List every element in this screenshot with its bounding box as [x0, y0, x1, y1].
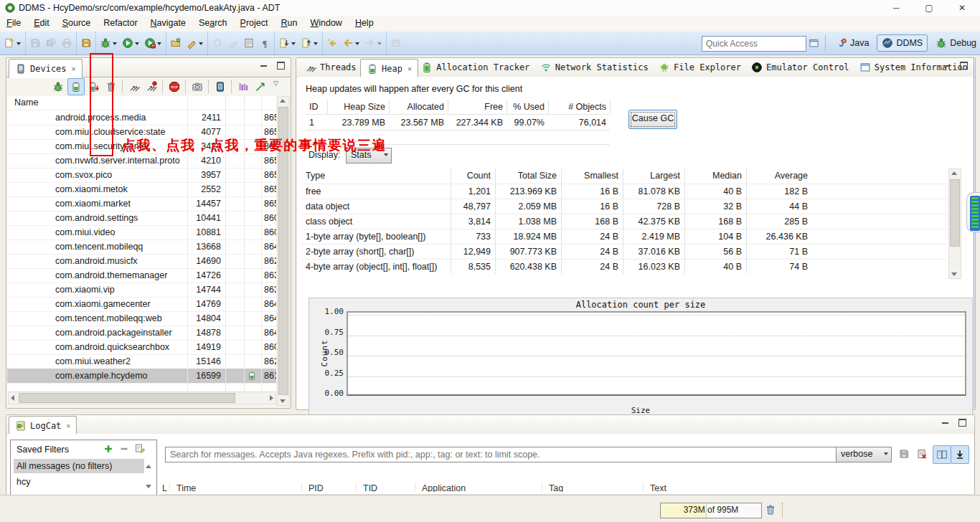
- clear-log-icon[interactable]: [913, 445, 930, 462]
- capture-hierarchy-button[interactable]: [235, 79, 251, 95]
- logcat-column-header[interactable]: TID: [363, 483, 377, 492]
- stats-row[interactable]: free1,201213.969 KB16 B81.078 KB40 B182 …: [301, 184, 947, 199]
- minimize-button[interactable]: ─: [885, 1, 907, 14]
- stats-row[interactable]: class object3,8141.038 MB168 B42.375 KB1…: [301, 214, 947, 229]
- tab-emulator-control[interactable]: Emulator Control: [745, 59, 855, 76]
- chevron-down-icon[interactable]: [355, 42, 359, 45]
- open-type-button[interactable]: [169, 33, 183, 53]
- summary-header[interactable]: ID: [306, 100, 327, 114]
- menu-search[interactable]: Search: [192, 16, 234, 30]
- device-row[interactable]: com.xiaomi.metok25528658: [7, 182, 276, 197]
- perspective-ddms[interactable]: DDMS: [877, 34, 928, 52]
- stats-row[interactable]: 2-byte array (short[], char[])12,949907.…: [301, 244, 947, 260]
- summary-header[interactable]: Heap Size: [327, 100, 389, 114]
- maximize-view-button[interactable]: [955, 419, 969, 430]
- run-button[interactable]: [121, 33, 141, 53]
- tab-devices[interactable]: Devices ✕: [9, 59, 83, 78]
- menu-run[interactable]: Run: [274, 16, 303, 30]
- chevron-down-icon[interactable]: [377, 42, 382, 45]
- menu-navigate[interactable]: Navigate: [144, 16, 192, 30]
- stats-row[interactable]: 1-byte array (byte[], boolean[])73318.92…: [301, 229, 947, 245]
- stats-column-header[interactable]: Count: [451, 169, 495, 183]
- device-row[interactable]: com.miui.video108818609: [7, 225, 276, 240]
- update-heap-button[interactable]: [67, 78, 85, 95]
- device-row[interactable]: com.android.quicksearchbox149198603: [7, 340, 276, 355]
- menu-edit[interactable]: Edit: [27, 16, 56, 30]
- device-row[interactable]: com.android.thememanager147268630: [7, 268, 276, 283]
- device-row[interactable]: com.android.musicfx146908620: [7, 254, 276, 269]
- device-row[interactable]: com.xiaomi.market144578659: [7, 196, 276, 212]
- save-modified-button[interactable]: [79, 33, 93, 53]
- debug-process-button[interactable]: [50, 79, 66, 95]
- logcat-column-header[interactable]: L: [162, 483, 167, 492]
- tab-threads[interactable]: Threads: [299, 59, 362, 76]
- search-pen-button[interactable]: [184, 33, 205, 53]
- stats-row[interactable]: data object48,7972.059 MB16 B728 B32 B44…: [301, 199, 947, 214]
- stats-row[interactable]: 4-byte array (object[], int[], float[])8…: [301, 259, 947, 275]
- stats-column-header[interactable]: Average: [746, 169, 812, 183]
- device-row[interactable]: com.xiaomi.gamecenter147698644: [7, 297, 276, 312]
- save-log-icon[interactable]: [895, 445, 913, 462]
- next-annotation-button[interactable]: [277, 33, 298, 53]
- debug-button[interactable]: [98, 33, 119, 53]
- device-row[interactable]: com.miui.securitycenter34248652: [7, 139, 276, 154]
- systrace-button[interactable]: [253, 79, 268, 95]
- logcat-search-input[interactable]: [165, 447, 839, 462]
- menu-window[interactable]: Window: [303, 16, 348, 30]
- log-level-select[interactable]: verbose: [836, 447, 892, 462]
- minimize-view-button[interactable]: [938, 419, 952, 430]
- tab-network-statistics[interactable]: Network Statistics: [534, 59, 654, 76]
- screen-capture-button[interactable]: [189, 79, 205, 95]
- menu-refactor[interactable]: Refactor: [97, 16, 143, 30]
- quick-access-input[interactable]: [702, 36, 806, 52]
- tab-allocation-tracker[interactable]: Allocation Tracker: [415, 59, 535, 76]
- chevron-down-icon[interactable]: [314, 42, 318, 45]
- stats-vscrollbar[interactable]: [948, 169, 961, 279]
- logcat-column-header[interactable]: Time: [176, 483, 196, 492]
- stats-column-header[interactable]: Largest: [623, 169, 684, 183]
- logcat-column-header[interactable]: Text: [650, 483, 666, 492]
- chevron-down-icon[interactable]: [113, 42, 117, 45]
- logcat-column-header[interactable]: Application: [422, 483, 466, 492]
- chevron-down-icon[interactable]: [17, 42, 21, 45]
- tab-logcat[interactable]: LogCat ✕: [9, 416, 77, 435]
- last-edit-location-button[interactable]: [325, 33, 339, 53]
- device-row[interactable]: com.tencent.mobileqq:web148048645: [7, 311, 276, 326]
- menu-file[interactable]: File: [0, 16, 27, 30]
- show-whitespace-button[interactable]: ¶: [258, 33, 272, 53]
- chevron-down-icon[interactable]: [135, 42, 139, 45]
- scroll-lock-icon[interactable]: [951, 445, 969, 464]
- maximize-button[interactable]: ▢: [918, 1, 940, 14]
- view-menu-icon[interactable]: ▽: [273, 80, 278, 87]
- close-icon[interactable]: ✕: [72, 65, 76, 72]
- display-saved-filters-view-icon[interactable]: [933, 445, 951, 464]
- new-wizard-button[interactable]: [2, 33, 23, 53]
- stop-process-button[interactable]: STOP: [166, 79, 182, 95]
- summary-header[interactable]: Free: [448, 100, 507, 114]
- close-icon[interactable]: ✕: [407, 65, 412, 72]
- menu-help[interactable]: Help: [349, 16, 380, 30]
- cause-gc-button[interactable]: Cause GC: [628, 110, 677, 129]
- run-gc-trash-icon[interactable]: [765, 504, 776, 516]
- edit-filter-icon[interactable]: [134, 442, 146, 454]
- perspective-debug[interactable]: Debug: [930, 34, 980, 52]
- device-row[interactable]: com.android.settings104418600: [7, 211, 276, 226]
- open-perspective-button[interactable]: [807, 33, 821, 53]
- filters-scroll-up[interactable]: [146, 460, 151, 470]
- device-row[interactable]: com.example.hcydemo165998610: [7, 369, 276, 384]
- stats-column-header[interactable]: Type: [301, 169, 451, 183]
- device-row[interactable]: com.miui.weather2151468622: [7, 354, 276, 369]
- maximize-view-button[interactable]: [956, 62, 971, 73]
- close-button[interactable]: ✕: [951, 1, 973, 14]
- tab-heap[interactable]: Heap✕: [360, 59, 418, 78]
- stats-column-header[interactable]: Total Size: [495, 169, 561, 183]
- device-row[interactable]: com.nvwfd.server.internal.proto42108655: [7, 153, 276, 169]
- device-row[interactable]: com.miui.cloudservice:state40778651: [7, 125, 276, 140]
- close-icon[interactable]: ✕: [66, 422, 70, 430]
- device-row[interactable]: com.tencent.mobileqq136688641: [7, 239, 276, 255]
- dump-hprof-button[interactable]: [86, 79, 102, 95]
- start-method-profiling-button[interactable]: [143, 79, 159, 95]
- maximize-view-button[interactable]: [273, 62, 288, 73]
- device-row[interactable]: com.svox.pico39578657: [7, 168, 276, 183]
- show-source-button[interactable]: [242, 33, 256, 53]
